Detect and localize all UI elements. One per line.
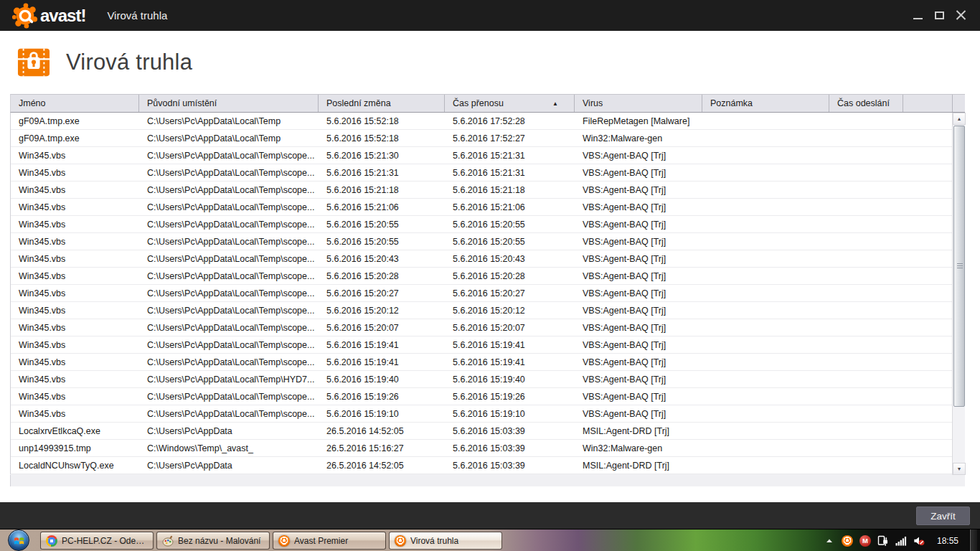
cell: 5.6.2016 15:20:28 — [319, 268, 445, 284]
volume-muted-icon[interactable] — [913, 535, 925, 547]
show-desktop-button[interactable] — [969, 529, 977, 551]
cell: 5.6.2016 15:20:27 — [319, 285, 445, 301]
column-header-p-vodn-um-st-n-[interactable]: Původní umístění — [139, 95, 319, 112]
table-row[interactable]: Win345.vbsC:\Users\Pc\AppData\Local\Temp… — [11, 388, 952, 405]
column-header-jm-no[interactable]: Jméno — [11, 95, 139, 112]
cell: Win345.vbs — [11, 285, 139, 301]
cell: C:\Users\Pc\AppData\Local\Temp — [139, 130, 319, 146]
bottom-bar: Zavřít — [0, 502, 980, 529]
table-row[interactable]: Win345.vbsC:\Users\Pc\AppData\Local\Temp… — [11, 147, 952, 164]
cell: 5.6.2016 15:19:26 — [319, 388, 445, 405]
taskbar-clock[interactable]: 18:55 — [937, 536, 958, 546]
m-badge-tray-icon[interactable]: M — [859, 535, 871, 547]
cell — [702, 182, 829, 198]
column-header-virus[interactable]: Virus — [575, 95, 702, 112]
cell — [829, 371, 903, 387]
vertical-scrollbar[interactable]: ▲ ▼ — [952, 113, 965, 475]
table-row[interactable]: Win345.vbsC:\Users\Pc\AppData\Local\Temp… — [11, 164, 952, 182]
zavrit-close-button[interactable]: Zavřít — [916, 507, 970, 525]
column-header-blank[interactable] — [903, 95, 953, 112]
titlebar: avast! Virová truhla — [0, 0, 980, 31]
avast-tray-icon[interactable] — [842, 535, 853, 547]
taskbar: PC-HELP.CZ - Odesl...Bez názvu - Malován… — [0, 529, 980, 551]
column-header--as-p-enosu[interactable]: Čas přenosu▲ — [445, 95, 575, 112]
table-row[interactable]: LocaldNCUhswTyQ.exeC:\Users\Pc\AppData26… — [11, 457, 952, 474]
table-row[interactable]: Win345.vbsC:\Users\Pc\AppData\Local\Temp… — [11, 302, 952, 319]
minimize-button[interactable] — [907, 0, 928, 31]
avast-icon — [278, 535, 290, 547]
start-button[interactable] — [8, 529, 29, 551]
cell: VBS:Agent-BAQ [Trj] — [575, 199, 702, 215]
avast-logo-icon — [11, 2, 39, 29]
column-header-label: Virus — [583, 98, 603, 108]
table-row[interactable]: Win345.vbsC:\Users\Pc\AppData\Local\Temp… — [11, 182, 952, 199]
taskbar-button-avast-premier[interactable]: Avast Premier — [273, 532, 386, 550]
cell: C:\Windows\Temp\_avast_ — [139, 440, 319, 456]
table-row[interactable]: Win345.vbsC:\Users\Pc\AppData\Local\Temp… — [11, 233, 952, 250]
taskbar-button-label: Avast Premier — [294, 536, 352, 546]
avast-icon — [395, 535, 406, 547]
scroll-up-button[interactable]: ▲ — [953, 113, 966, 125]
cell — [829, 216, 903, 232]
maximize-button[interactable] — [928, 0, 950, 31]
taskbar-button-virov-truhla[interactable]: Virová truhla — [389, 532, 502, 550]
windows-flag-icon — [13, 534, 25, 547]
cell: C:\Users\Pc\AppData\Local\Temp\scope... — [139, 250, 319, 267]
cell: C:\Users\Pc\AppData\Local\Temp\scope... — [139, 285, 319, 301]
cell — [829, 423, 903, 439]
table-row[interactable]: Win345.vbsC:\Users\Pc\AppData\Local\Temp… — [11, 216, 952, 233]
table-row[interactable]: Win345.vbsC:\Users\Pc\AppData\Local\Temp… — [11, 405, 952, 423]
cell — [702, 164, 829, 181]
close-icon — [956, 10, 966, 21]
table-row[interactable]: gF09A.tmp.exeC:\Users\Pc\AppData\Local\T… — [11, 130, 952, 147]
cell — [829, 199, 903, 215]
brand-text: avast! — [40, 6, 85, 26]
chrome-icon — [46, 535, 57, 547]
table-row[interactable]: Win345.vbsC:\Users\Pc\AppData\Local\Temp… — [11, 319, 952, 336]
cell — [702, 268, 829, 284]
cell: 5.6.2016 15:20:28 — [445, 268, 575, 284]
cell: C:\Users\Pc\AppData — [139, 423, 319, 439]
cell: FileRepMetagen [Malware] — [575, 113, 702, 129]
taskbar-button-pc-help-cz-odesl-[interactable]: PC-HELP.CZ - Odesl... — [40, 532, 154, 550]
power-plug-icon[interactable] — [877, 535, 889, 547]
table-row[interactable]: Win345.vbsC:\Users\Pc\AppData\Local\Temp… — [11, 354, 952, 371]
column-header-posledn-zm-na[interactable]: Poslední změna — [319, 95, 445, 112]
table-row[interactable]: LocalxrvEtlkcaQ.exeC:\Users\Pc\AppData26… — [11, 423, 952, 440]
scroll-down-button[interactable]: ▼ — [953, 463, 966, 475]
column-header--as-odesl-n-[interactable]: Čas odeslání — [829, 95, 903, 112]
cell — [702, 319, 829, 336]
cell: C:\Users\Pc\AppData\Local\Temp\scope... — [139, 388, 319, 405]
table-row[interactable]: Win345.vbsC:\Users\Pc\AppData\Local\Temp… — [11, 268, 952, 285]
cell: 5.6.2016 15:03:39 — [445, 440, 575, 456]
page-title: Virová truhla — [66, 50, 192, 75]
table-row[interactable]: Win345.vbsC:\Users\Pc\AppData\Local\Temp… — [11, 285, 952, 302]
cell — [702, 423, 829, 439]
cell — [702, 130, 829, 146]
maximize-icon — [935, 11, 944, 19]
hidden-icons-arrow[interactable] — [824, 535, 835, 547]
table-row[interactable]: unp14993915.tmpC:\Windows\Temp\_avast_26… — [11, 440, 952, 457]
scrollbar-thumb[interactable] — [953, 126, 965, 407]
network-signal-icon[interactable] — [895, 535, 907, 547]
cell: VBS:Agent-BAQ [Trj] — [575, 354, 702, 370]
column-header-pozn-mka[interactable]: Poznámka — [702, 95, 829, 112]
cell: 5.6.2016 15:19:10 — [319, 405, 445, 422]
table-row[interactable]: gF09A.tmp.exeC:\Users\Pc\AppData\Local\T… — [11, 113, 952, 130]
cell — [829, 233, 903, 250]
taskbar-button-bez-n-zvu-malov-n-[interactable]: Bez názvu - Malování — [156, 532, 270, 550]
cell: 5.6.2016 15:21:31 — [445, 147, 575, 164]
table-row[interactable]: Win345.vbsC:\Users\Pc\AppData\Local\Temp… — [11, 250, 952, 268]
cell: C:\Users\Pc\AppData\Local\Temp\scope... — [139, 164, 319, 181]
table-row[interactable]: Win345.vbsC:\Users\Pc\AppData\Local\Temp… — [11, 371, 952, 388]
cell: C:\Users\Pc\AppData\Local\Temp\scope... — [139, 147, 319, 164]
cell: Win32:Malware-gen — [575, 440, 702, 456]
minimize-icon — [913, 18, 923, 19]
table-row[interactable]: Win345.vbsC:\Users\Pc\AppData\Local\Temp… — [11, 199, 952, 216]
close-button[interactable] — [950, 0, 971, 31]
cell: C:\Users\Pc\AppData\Local\Temp\scope... — [139, 354, 319, 370]
cell: Win345.vbs — [11, 250, 139, 267]
cell: VBS:Agent-BAQ [Trj] — [575, 233, 702, 250]
table-row[interactable]: Win345.vbsC:\Users\Pc\AppData\Local\Temp… — [11, 336, 952, 354]
column-header-label: Čas odeslání — [837, 98, 890, 108]
